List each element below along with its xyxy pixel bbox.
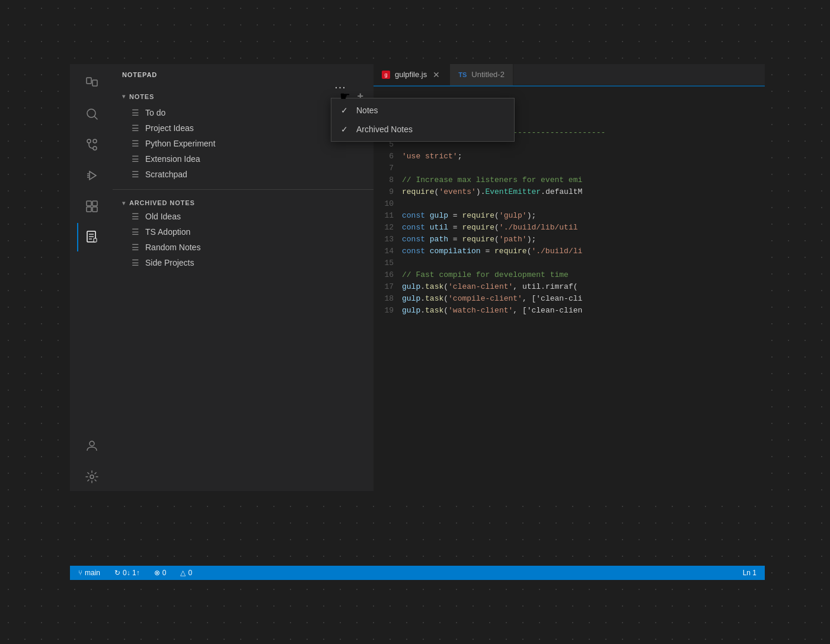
error-icon: ⊗: [154, 569, 160, 577]
menu-item-archived-notes-label: Archived Notes: [356, 125, 413, 134]
code-token: =: [453, 223, 462, 232]
code-line: [400, 257, 765, 269]
svg-rect-14: [87, 207, 91, 212]
list-item[interactable]: ☰ Random Notes: [113, 240, 374, 255]
line-num: 14: [374, 246, 400, 257]
note-file-icon: ☰: [132, 139, 139, 148]
line-num: 13: [374, 234, 400, 246]
note-file-icon: ☰: [132, 154, 139, 164]
code-token: require: [462, 211, 494, 220]
note-file-icon: ☰: [132, 258, 139, 267]
code-token: 'path': [499, 235, 527, 244]
extensions-activity-icon[interactable]: [77, 192, 106, 221]
position-status[interactable]: Ln 1: [739, 569, 760, 577]
tab-untitled2[interactable]: TS Untitled-2: [450, 64, 513, 85]
notes-chevron-icon: ▾: [122, 93, 126, 100]
code-token: compilation: [425, 247, 485, 256]
code-token: , ['clean-cli: [522, 294, 582, 303]
sync-status[interactable]: ↻ 0↓ 1↑: [111, 569, 143, 577]
code-token: .defaultM: [541, 187, 582, 196]
source-control-activity-icon[interactable]: [77, 130, 106, 159]
archived-section-header[interactable]: ▾ ARCHIVED NOTES: [113, 197, 374, 209]
editor-border-line: [374, 85, 765, 87]
code-token: const: [402, 235, 425, 244]
line-num: 18: [374, 293, 400, 305]
svg-rect-12: [87, 201, 91, 206]
code-line: gulp.task('compile-client', ['clean-cli: [400, 293, 765, 305]
code-token: path: [425, 235, 453, 244]
code-token: task: [425, 306, 443, 315]
section-divider: [113, 189, 374, 190]
code-token: 'watch-client': [448, 306, 513, 315]
explorer-activity-icon[interactable]: [77, 69, 106, 97]
sync-label: 0↓ 1↑: [123, 569, 140, 577]
code-token: // Fast compile for development time: [402, 270, 569, 279]
archived-notes-section: ▾ ARCHIVED NOTES ☰ Old Ideas ☰ TS Adopti…: [113, 195, 374, 273]
tab-close-button[interactable]: ✕: [432, 69, 441, 81]
code-token: // Increase max listeners for event emi: [402, 176, 582, 184]
code-line: gulp.task('clean-client', util.rimraf(: [400, 281, 765, 293]
branch-icon: ⑂: [78, 569, 82, 577]
code-token: (: [494, 223, 499, 232]
sync-icon: ↻: [114, 569, 120, 577]
warnings-count: 0: [188, 569, 192, 577]
line-numbers: 4 5 6 7 8 9 10 11 12 13 14 15 16 17 18 1…: [374, 87, 400, 491]
code-token: =: [453, 235, 462, 244]
search-activity-icon[interactable]: [77, 100, 106, 128]
line-num: 17: [374, 281, 400, 293]
note-label: Project Ideas: [145, 123, 194, 133]
archived-section-label: ARCHIVED NOTES: [129, 199, 195, 206]
svg-line-3: [95, 117, 98, 120]
status-bar: ⑂ main ↻ 0↓ 1↑ ⊗ 0 △ 0 Ln 1: [70, 566, 765, 580]
svg-rect-1: [92, 80, 97, 86]
svg-rect-20: [94, 238, 97, 242]
note-label: Extension Idea: [145, 154, 200, 164]
run-debug-activity-icon[interactable]: [77, 161, 106, 190]
more-options-button[interactable]: ···: [330, 76, 351, 97]
note-label: Scratchpad: [145, 170, 187, 179]
errors-status[interactable]: ⊗ 0: [151, 569, 170, 577]
code-token: 'use strict': [402, 152, 458, 161]
warnings-status[interactable]: △ 0: [177, 569, 196, 577]
code-token: (: [443, 294, 448, 303]
line-position: Ln 1: [743, 569, 756, 577]
code-token: require: [462, 223, 494, 232]
code-token: require: [462, 235, 494, 244]
notes-section-header-left: ▾ NOTES: [122, 93, 154, 100]
code-token: (: [443, 306, 448, 315]
note-file-icon: ☰: [132, 243, 139, 252]
svg-point-5: [93, 146, 97, 150]
code-line: const compilation = require('./build/li: [400, 246, 765, 257]
code-content: *---------------------------------------…: [400, 87, 765, 491]
list-item[interactable]: ☰ Extension Idea: [113, 151, 374, 167]
code-line: const path = require('path');: [400, 234, 765, 246]
code-line: require('events').EventEmitter.defaultM: [400, 186, 765, 198]
code-token: 'clean-client': [448, 282, 513, 291]
notepad-activity-icon[interactable]: [77, 223, 106, 251]
sidebar-title: NOTEPAD: [122, 71, 157, 78]
branch-status[interactable]: ⑂ main: [75, 569, 104, 577]
code-line: 'use strict';: [400, 151, 765, 162]
svg-point-4: [87, 139, 91, 143]
code-token: require: [494, 247, 527, 256]
menu-item-archived-notes[interactable]: ✓ Archived Notes: [331, 120, 514, 139]
check-icon: ✓: [341, 106, 350, 115]
line-num: 7: [374, 162, 400, 174]
list-item[interactable]: ☰ Scratchpad: [113, 167, 374, 182]
note-label: To do: [145, 108, 165, 117]
code-token: =: [453, 211, 462, 220]
accounts-activity-icon[interactable]: [77, 432, 106, 460]
list-item[interactable]: ☰ TS Adoption: [113, 224, 374, 240]
settings-activity-icon[interactable]: [77, 463, 106, 491]
tab-gulpfile[interactable]: g gulpfile.js ✕: [374, 64, 450, 85]
code-editor[interactable]: 4 5 6 7 8 9 10 11 12 13 14 15 16 17 18 1…: [374, 87, 765, 491]
code-token: 'events': [439, 187, 475, 196]
check-icon: ✓: [341, 125, 350, 134]
list-item[interactable]: ☰ Old Ideas: [113, 209, 374, 224]
note-label: Random Notes: [145, 243, 200, 252]
code-token: , ['clean-clien: [513, 306, 582, 315]
note-file-icon: ☰: [132, 227, 139, 237]
list-item[interactable]: ☰ Side Projects: [113, 255, 374, 270]
note-label: Side Projects: [145, 258, 194, 267]
menu-item-notes[interactable]: ✓ Notes: [331, 101, 514, 120]
